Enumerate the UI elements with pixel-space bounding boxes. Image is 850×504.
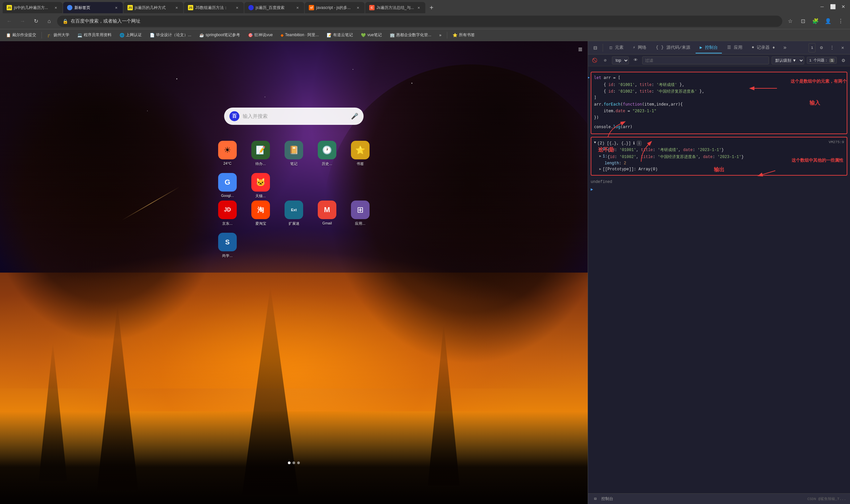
code-text-3: { id: '01002', title: '中国经济复苏进度条' },	[594, 89, 704, 94]
devtools-settings-button[interactable]: ⚙	[817, 43, 826, 52]
console-content[interactable]: ▶ let arr = [ { id: '01001', title: '考研成…	[588, 67, 850, 493]
android-search-bar[interactable]: 百 输入并搜索 🎤	[224, 108, 364, 125]
devtools-sidebar-toggle[interactable]: ⊟	[591, 43, 600, 52]
tab6-close[interactable]: ✕	[355, 5, 361, 10]
tab1-close[interactable]: ✕	[53, 5, 58, 10]
tab6-label: javascript - js的多...	[316, 5, 353, 11]
bookmark-programmer[interactable]: 💻 程序员常用资料	[74, 31, 115, 39]
devtools-close-button[interactable]: ✕	[838, 43, 847, 52]
bookmark-more[interactable]: »	[436, 31, 445, 39]
profile-icon[interactable]: 👤	[823, 16, 833, 26]
app-apps[interactable]: ⊞ 应用...	[347, 200, 374, 226]
bookmark-star-icon[interactable]: ☆	[785, 16, 796, 26]
new-tab-button[interactable]: +	[426, 2, 437, 13]
devtools-tab-elements[interactable]: ◫ 元素	[605, 42, 628, 53]
tab2-close[interactable]: ✕	[113, 5, 119, 10]
tab-js-array[interactable]: JS JS数组遍历方法： ✕	[184, 2, 244, 13]
close-button[interactable]: ✕	[839, 3, 847, 11]
bookmark-dier-label: 戴尔作业提交	[12, 32, 36, 38]
item1-key: 1:	[603, 154, 607, 159]
app-gmail-icon: M	[318, 200, 336, 219]
level-selector[interactable]: 默认级别 ▼	[772, 56, 804, 65]
forward-button[interactable]: →	[17, 16, 28, 26]
app-tmall[interactable]: 🐱 天猫...	[247, 173, 274, 199]
bookmark-vue[interactable]: 🎯 狂神说vue	[245, 31, 276, 39]
arrow-to-code	[744, 83, 783, 95]
bookmark-thesis[interactable]: 📄 毕业设计（论文）...	[146, 31, 195, 39]
devtools-tab-network[interactable]: ⚡ 网络	[629, 42, 651, 53]
main-content: ≡ 百 输入并搜索 🎤 ☀ 24°C 📝 待办... 📔 笔记	[0, 41, 850, 504]
bookmark-auth[interactable]: 🌐 上网认证	[116, 31, 145, 39]
app-shangxue[interactable]: S 尚学...	[214, 233, 241, 258]
devtools-bottom-icon-1[interactable]: ⊟	[592, 496, 599, 502]
bookmark-all[interactable]: ⭐ 所有书签	[449, 31, 478, 39]
search-mic-icon[interactable]: 🎤	[351, 112, 358, 120]
bookmark-teambition[interactable]: ◆ Teambition · 阿里...	[277, 31, 322, 39]
app-google[interactable]: G Googl...	[214, 173, 241, 199]
app-extfans-label: 扩展迷	[289, 221, 300, 226]
devtools-tab-application[interactable]: ☰ 应用	[723, 42, 746, 53]
bookmark-dier[interactable]: 📋 戴尔作业提交	[3, 31, 39, 39]
app-taobao-icon: 淘	[251, 200, 270, 219]
tab-new-page[interactable]: 新标签页 ✕	[63, 2, 123, 13]
devtools-more-button[interactable]: »	[780, 43, 790, 52]
console-filter-input[interactable]	[642, 56, 769, 65]
bookmark-youdao[interactable]: 📝 有道云笔记	[323, 31, 356, 39]
app-gmail[interactable]: M Gmail	[314, 200, 340, 226]
console-eye-icon[interactable]: 👁	[632, 56, 639, 65]
item1-value: {id: '01002', title: '中国经济复苏进度条', date: …	[607, 154, 744, 160]
tab-baidu-search[interactable]: js遍历_百度搜索 ✕	[245, 2, 304, 13]
app-bookmarks[interactable]: ⭐ 书签	[347, 141, 374, 166]
bookmark-yangzhou[interactable]: 🎓 扬州大学	[44, 31, 73, 39]
tab5-label: js遍历_百度搜索	[256, 5, 293, 11]
tab-js-traverse1[interactable]: JS js中的几种遍历方... ✕	[3, 2, 62, 13]
code-line-4: ]	[594, 95, 844, 102]
app-todo[interactable]: 📝 待办...	[247, 141, 274, 166]
undefined-output: undefined	[588, 178, 850, 185]
tab-csdn[interactable]: C Js遍历方法总结_与... ✕	[365, 2, 425, 13]
console-settings-icon[interactable]: ⚙	[839, 56, 847, 65]
back-button[interactable]: ←	[4, 16, 15, 26]
issues-count-badge[interactable]: 1	[809, 43, 815, 52]
devtools-more-options[interactable]: ⋮	[828, 43, 837, 52]
console-clear-button[interactable]: 🚫	[591, 56, 599, 65]
app-extfans[interactable]: Ext 扩展迷	[281, 200, 307, 226]
app-weather[interactable]: ☀ 24°C	[214, 141, 241, 166]
screenshot-icon[interactable]: ⊡	[798, 16, 808, 26]
devtools-tab-console[interactable]: ▶ 控制台	[695, 42, 722, 53]
android-menu-icon[interactable]: ≡	[578, 45, 582, 54]
app-taobao[interactable]: 淘 爱淘宝	[247, 200, 274, 226]
home-button[interactable]: ⌂	[44, 16, 54, 26]
tab3-close[interactable]: ✕	[174, 5, 179, 10]
item1-expand[interactable]: ▶	[599, 154, 601, 158]
devtools-tab-sources[interactable]: { } 源代码/来源	[652, 42, 694, 53]
arrow-to-prototype	[752, 169, 779, 179]
issues-badge[interactable]: 1 个问题： 1	[807, 57, 837, 64]
bookmark-vue-notes[interactable]: 💚 vue笔记	[358, 31, 385, 39]
bookmark-springboot[interactable]: ☕ springboot笔记参考	[196, 31, 243, 39]
tab4-close[interactable]: ✕	[234, 5, 240, 10]
app-notes[interactable]: 📔 笔记	[281, 141, 307, 166]
tab5-close[interactable]: ✕	[295, 5, 300, 10]
minimize-button[interactable]: ─	[818, 3, 826, 11]
output-expand-icon[interactable]: ▼	[594, 141, 596, 144]
app-history[interactable]: 🕐 历史...	[314, 141, 340, 166]
tab6-favicon: sf	[309, 5, 314, 10]
settings-icon[interactable]: ⋮	[835, 16, 846, 26]
maximize-button[interactable]: ⬜	[829, 3, 837, 11]
context-selector[interactable]: top	[612, 56, 629, 65]
tab7-close[interactable]: ✕	[416, 5, 421, 10]
prototype-expand[interactable]: ▶	[599, 167, 601, 171]
baidu-logo: 百	[230, 111, 239, 121]
app-jd[interactable]: JD 京东...	[214, 200, 241, 226]
bookmark-huidu[interactable]: 🏢 惠都企业数字化管...	[386, 31, 435, 39]
reload-button[interactable]: ↻	[31, 16, 41, 26]
url-text: 在百度中搜索，或者输入一个网址	[71, 18, 777, 24]
extensions-icon[interactable]: 🧩	[810, 16, 821, 26]
bookmark-youdao-icon: 📝	[327, 33, 332, 37]
tab-sf-js[interactable]: sf javascript - js的多... ✕	[305, 2, 365, 13]
tab-js-traverse2[interactable]: JS js遍历的几种方式 ✕	[124, 2, 183, 13]
url-bar[interactable]: 🔒 在百度中搜索，或者输入一个网址	[57, 16, 782, 27]
devtools-tab-recorder[interactable]: ● 记录器 ♦	[748, 42, 779, 53]
console-filter-toggle[interactable]: ⊘	[601, 56, 609, 65]
